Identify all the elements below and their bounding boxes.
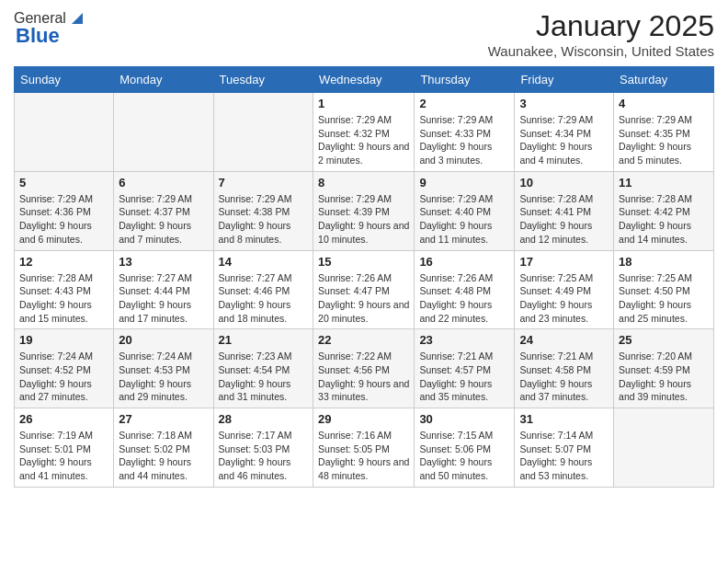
calendar-cell: 7Sunrise: 7:29 AMSunset: 4:38 PMDaylight… [213, 171, 313, 250]
calendar-cell: 31Sunrise: 7:14 AMSunset: 5:07 PMDayligh… [515, 408, 614, 488]
day-info: Sunrise: 7:29 AMSunset: 4:35 PMDaylight:… [619, 113, 709, 167]
calendar-cell [114, 93, 213, 172]
day-number: 16 [419, 255, 509, 269]
calendar-cell: 28Sunrise: 7:17 AMSunset: 5:03 PMDayligh… [213, 408, 313, 488]
day-number: 11 [619, 176, 709, 190]
day-info: Sunrise: 7:29 AMSunset: 4:40 PMDaylight:… [419, 192, 509, 247]
calendar-cell: 13Sunrise: 7:27 AMSunset: 4:44 PMDayligh… [114, 250, 213, 329]
day-info: Sunrise: 7:29 AMSunset: 4:39 PMDaylight:… [318, 192, 409, 247]
calendar-cell: 4Sunrise: 7:29 AMSunset: 4:35 PMDaylight… [614, 93, 714, 172]
day-info: Sunrise: 7:18 AMSunset: 5:02 PMDaylight:… [119, 429, 208, 483]
calendar-cell: 19Sunrise: 7:24 AMSunset: 4:52 PMDayligh… [15, 329, 114, 408]
logo-icon [68, 9, 86, 28]
day-number: 25 [619, 333, 709, 347]
day-info: Sunrise: 7:26 AMSunset: 4:47 PMDaylight:… [318, 271, 409, 326]
day-number: 10 [519, 176, 609, 190]
day-number: 27 [119, 412, 208, 426]
day-info: Sunrise: 7:29 AMSunset: 4:33 PMDaylight:… [419, 113, 509, 167]
day-number: 28 [219, 412, 309, 426]
calendar-cell: 6Sunrise: 7:29 AMSunset: 4:37 PMDaylight… [114, 171, 213, 250]
day-info: Sunrise: 7:28 AMSunset: 4:41 PMDaylight:… [519, 192, 609, 247]
calendar-cell: 2Sunrise: 7:29 AMSunset: 4:33 PMDaylight… [415, 93, 515, 172]
calendar-cell: 30Sunrise: 7:15 AMSunset: 5:06 PMDayligh… [415, 408, 515, 488]
day-number: 17 [519, 255, 609, 269]
day-info: Sunrise: 7:29 AMSunset: 4:32 PMDaylight:… [318, 113, 409, 167]
calendar-cell: 27Sunrise: 7:18 AMSunset: 5:02 PMDayligh… [114, 408, 213, 488]
logo-blue-text: Blue [16, 24, 60, 48]
day-info: Sunrise: 7:16 AMSunset: 5:05 PMDaylight:… [318, 429, 409, 483]
calendar-cell: 16Sunrise: 7:26 AMSunset: 4:48 PMDayligh… [415, 250, 515, 329]
calendar-cell: 12Sunrise: 7:28 AMSunset: 4:43 PMDayligh… [15, 250, 114, 329]
day-number: 6 [119, 176, 208, 190]
day-number: 9 [419, 176, 509, 190]
calendar-cell [614, 408, 714, 488]
day-info: Sunrise: 7:29 AMSunset: 4:37 PMDaylight:… [119, 192, 208, 247]
day-info: Sunrise: 7:28 AMSunset: 4:43 PMDaylight:… [19, 271, 108, 326]
calendar-week-4: 19Sunrise: 7:24 AMSunset: 4:52 PMDayligh… [15, 329, 714, 408]
day-info: Sunrise: 7:25 AMSunset: 4:49 PMDaylight:… [519, 271, 609, 326]
day-info: Sunrise: 7:14 AMSunset: 5:07 PMDaylight:… [519, 429, 609, 483]
calendar-table: SundayMondayTuesdayWednesdayThursdayFrid… [14, 66, 714, 488]
day-info: Sunrise: 7:25 AMSunset: 4:50 PMDaylight:… [619, 271, 709, 326]
calendar-cell [15, 93, 114, 172]
day-number: 8 [318, 176, 409, 190]
day-info: Sunrise: 7:28 AMSunset: 4:42 PMDaylight:… [619, 192, 709, 247]
calendar-cell: 9Sunrise: 7:29 AMSunset: 4:40 PMDaylight… [415, 171, 515, 250]
calendar-cell: 3Sunrise: 7:29 AMSunset: 4:34 PMDaylight… [515, 93, 614, 172]
calendar-week-5: 26Sunrise: 7:19 AMSunset: 5:01 PMDayligh… [15, 408, 714, 488]
calendar-cell: 29Sunrise: 7:16 AMSunset: 5:05 PMDayligh… [313, 408, 415, 488]
day-number: 18 [619, 255, 709, 269]
calendar-cell: 26Sunrise: 7:19 AMSunset: 5:01 PMDayligh… [15, 408, 114, 488]
day-info: Sunrise: 7:22 AMSunset: 4:56 PMDaylight:… [318, 350, 409, 404]
day-number: 30 [419, 412, 509, 426]
calendar-cell: 17Sunrise: 7:25 AMSunset: 4:49 PMDayligh… [515, 250, 614, 329]
day-number: 21 [219, 333, 309, 347]
calendar-cell: 18Sunrise: 7:25 AMSunset: 4:50 PMDayligh… [614, 250, 714, 329]
day-header-monday: Monday [114, 67, 213, 93]
day-info: Sunrise: 7:21 AMSunset: 4:57 PMDaylight:… [419, 350, 509, 404]
day-number: 19 [19, 333, 108, 347]
day-header-saturday: Saturday [614, 67, 714, 93]
calendar-cell: 21Sunrise: 7:23 AMSunset: 4:54 PMDayligh… [213, 329, 313, 408]
day-info: Sunrise: 7:15 AMSunset: 5:06 PMDaylight:… [419, 429, 509, 483]
day-header-tuesday: Tuesday [213, 67, 313, 93]
day-number: 31 [519, 412, 609, 426]
day-info: Sunrise: 7:23 AMSunset: 4:54 PMDaylight:… [219, 350, 309, 404]
day-number: 2 [419, 97, 509, 110]
day-number: 14 [219, 255, 309, 269]
day-number: 4 [619, 97, 709, 110]
day-info: Sunrise: 7:27 AMSunset: 4:44 PMDaylight:… [119, 271, 208, 326]
day-number: 23 [419, 333, 509, 347]
day-header-wednesday: Wednesday [313, 67, 415, 93]
location-title: Waunakee, Wisconsin, United States [488, 43, 714, 59]
calendar-header-row: SundayMondayTuesdayWednesdayThursdayFrid… [15, 67, 714, 93]
day-number: 7 [219, 176, 309, 190]
day-number: 20 [119, 333, 208, 347]
day-info: Sunrise: 7:29 AMSunset: 4:34 PMDaylight:… [519, 113, 609, 167]
logo: General Blue [14, 9, 86, 48]
day-info: Sunrise: 7:21 AMSunset: 4:58 PMDaylight:… [519, 350, 609, 404]
day-number: 24 [519, 333, 609, 347]
day-info: Sunrise: 7:27 AMSunset: 4:46 PMDaylight:… [219, 271, 309, 326]
calendar-cell [213, 93, 313, 172]
day-number: 1 [318, 97, 409, 110]
calendar-cell: 24Sunrise: 7:21 AMSunset: 4:58 PMDayligh… [515, 329, 614, 408]
day-info: Sunrise: 7:24 AMSunset: 4:52 PMDaylight:… [19, 350, 108, 404]
svg-marker-0 [72, 13, 83, 24]
day-info: Sunrise: 7:26 AMSunset: 4:48 PMDaylight:… [419, 271, 509, 326]
day-info: Sunrise: 7:29 AMSunset: 4:36 PMDaylight:… [19, 192, 108, 247]
day-header-thursday: Thursday [415, 67, 515, 93]
calendar-week-3: 12Sunrise: 7:28 AMSunset: 4:43 PMDayligh… [15, 250, 714, 329]
day-info: Sunrise: 7:19 AMSunset: 5:01 PMDaylight:… [19, 429, 108, 483]
day-number: 22 [318, 333, 409, 347]
title-block: January 2025 Waunakee, Wisconsin, United… [488, 9, 714, 59]
calendar-cell: 8Sunrise: 7:29 AMSunset: 4:39 PMDaylight… [313, 171, 415, 250]
day-info: Sunrise: 7:24 AMSunset: 4:53 PMDaylight:… [119, 350, 208, 404]
day-number: 26 [19, 412, 108, 426]
day-number: 5 [19, 176, 108, 190]
calendar-cell: 1Sunrise: 7:29 AMSunset: 4:32 PMDaylight… [313, 93, 415, 172]
day-number: 13 [119, 255, 208, 269]
calendar-cell: 22Sunrise: 7:22 AMSunset: 4:56 PMDayligh… [313, 329, 415, 408]
calendar-cell: 25Sunrise: 7:20 AMSunset: 4:59 PMDayligh… [614, 329, 714, 408]
calendar-week-2: 5Sunrise: 7:29 AMSunset: 4:36 PMDaylight… [15, 171, 714, 250]
